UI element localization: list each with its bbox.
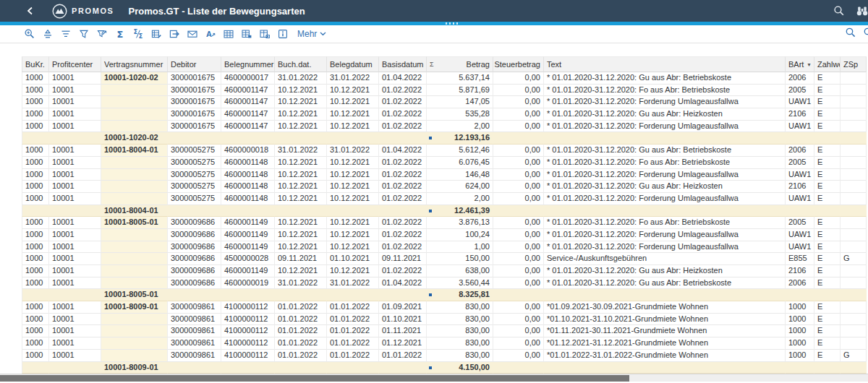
table-cell[interactable]: Service-/Auskunftsgebühren	[544, 253, 786, 265]
table-cell[interactable]	[841, 169, 867, 181]
subtotal-row[interactable]: 10001-8004-0112.461,39	[22, 205, 867, 218]
subtotal-cell[interactable]	[22, 289, 49, 301]
table-cell[interactable]: 0,00	[493, 108, 544, 121]
table-cell[interactable]: E	[814, 96, 841, 108]
table-cell[interactable]: 10.12.2021	[275, 85, 327, 97]
subtotal-cell[interactable]	[841, 132, 867, 145]
table-cell[interactable]: 3000005275	[168, 169, 221, 181]
table-cell[interactable]: E	[814, 217, 841, 229]
table-cell[interactable]: 01.12.2021	[379, 337, 427, 350]
table-cell[interactable]: 31.01.2022	[275, 145, 327, 157]
table-cell[interactable]: * 01.01.2020-31.12.2020: Gu aus Abr: Bet…	[544, 72, 786, 85]
table-cell[interactable]: 1000	[786, 350, 814, 362]
table-cell[interactable]: 10.12.2021	[327, 181, 379, 193]
table-cell[interactable]: 0,00	[493, 229, 544, 241]
table-cell[interactable]: 0,00	[493, 181, 544, 193]
subtotal-amount-cell[interactable]: 4.150,00	[427, 362, 493, 374]
table-cell[interactable]: 10.12.2021	[327, 265, 379, 277]
subtotal-cell[interactable]	[49, 289, 101, 301]
subtotal-cell[interactable]	[221, 132, 275, 145]
subtotal-cell[interactable]	[544, 289, 786, 301]
find-next-button[interactable]	[863, 27, 868, 40]
table-cell[interactable]: 10001-8004-01	[101, 145, 168, 157]
table-cell[interactable]: 09.11.2021	[379, 253, 427, 265]
subtotal-cell[interactable]	[544, 362, 786, 374]
back-button[interactable]	[26, 7, 35, 15]
subtotal-cell[interactable]	[786, 132, 814, 145]
table-cell[interactable]: 1000	[22, 277, 49, 290]
table-cell[interactable]: 1000	[22, 265, 49, 277]
table-cell[interactable]: 4500000028	[221, 253, 275, 265]
table-cell[interactable]: UAW1	[786, 121, 814, 133]
subtotal-cell[interactable]	[22, 362, 49, 374]
table-cell[interactable]: 830,00	[427, 350, 493, 362]
table-cell[interactable]: 3000009686	[168, 241, 221, 254]
table-cell[interactable]: 10.12.2021	[327, 157, 379, 169]
table-row[interactable]: 10001000110001-1020-02300000167546000000…	[22, 72, 867, 85]
table-cell[interactable]: 0,00	[493, 241, 544, 254]
subtotal-cell[interactable]	[841, 205, 867, 218]
table-cell[interactable]: 4100000112	[221, 314, 275, 326]
table-cell[interactable]: 10001	[49, 277, 101, 290]
table-cell[interactable]: * 01.01.2020-31.12.2020: Gu aus Abr: Hei…	[544, 108, 786, 121]
subtotal-cell[interactable]	[49, 205, 101, 218]
table-cell[interactable]: *01.10.2021-31.10.2021-Grundmiete Wohnen	[544, 314, 786, 326]
table-cell[interactable]: UAW1	[786, 241, 814, 254]
subtotal-cell[interactable]	[49, 132, 101, 145]
table-cell[interactable]: UAW1	[786, 193, 814, 205]
table-cell[interactable]	[841, 72, 867, 85]
subtotal-amount-cell[interactable]: 12.193,16	[427, 132, 493, 145]
table-cell[interactable]: 10001	[49, 217, 101, 229]
table-cell[interactable]	[101, 169, 168, 181]
table-cell[interactable]: 01.02.2022	[379, 96, 427, 108]
table-cell[interactable]: 4600000019	[221, 277, 275, 290]
subtotal-cell[interactable]	[275, 362, 327, 374]
subtotal-cell[interactable]	[168, 362, 221, 374]
table-cell[interactable]: 0,00	[493, 169, 544, 181]
subtotal-cell[interactable]	[786, 362, 814, 374]
table-cell[interactable]: * 01.01.2020-31.12.2020: Gu aus Abr: Hei…	[544, 181, 786, 193]
subtotal-cell[interactable]	[544, 132, 786, 145]
find-button[interactable]	[856, 5, 868, 19]
table-cell[interactable]: 1000	[22, 253, 49, 265]
table-cell[interactable]	[841, 145, 867, 157]
table-cell[interactable]: 09.11.2021	[275, 253, 327, 265]
subtotal-cell[interactable]	[493, 205, 544, 218]
table-cell[interactable]: 31.01.2022	[327, 277, 379, 290]
table-cell[interactable]: 1000	[22, 121, 49, 133]
table-cell[interactable]: 01.09.2021	[379, 301, 427, 314]
subtotal-cell[interactable]	[379, 362, 427, 374]
table-cell[interactable]: 3000009686	[168, 253, 221, 265]
table-cell[interactable]: 0,00	[493, 337, 544, 350]
table-cell[interactable]: 2,00	[427, 121, 493, 133]
subtotal-cell[interactable]	[379, 132, 427, 145]
table-cell[interactable]: 01.01.2022	[275, 314, 327, 326]
table-cell[interactable]: * 01.01.2020-31.12.2020: Gu aus Abr: Bet…	[544, 145, 786, 157]
table-cell[interactable]: E	[814, 193, 841, 205]
table-cell[interactable]: 3000009861	[168, 314, 221, 326]
table-cell[interactable]: 0,00	[493, 277, 544, 290]
table-row[interactable]: 1000100013000001675460000114710.12.20211…	[22, 85, 867, 97]
table-cell[interactable]: E	[814, 85, 841, 97]
subtotal-cell[interactable]	[327, 289, 379, 301]
table-row[interactable]: 1000100013000005275460000114810.12.20211…	[22, 157, 867, 169]
subtotal-cell[interactable]	[221, 362, 275, 374]
table-cell[interactable]: 146,48	[427, 169, 493, 181]
subtotal-cell[interactable]	[493, 362, 544, 374]
table-cell[interactable]: 01.02.2022	[379, 181, 427, 193]
sum-button[interactable]: Σ	[111, 26, 129, 42]
table-cell[interactable]: * 01.01.2020-31.12.2020: Forderung Umlag…	[544, 121, 786, 133]
table-cell[interactable]	[101, 229, 168, 241]
subtotal-cell[interactable]	[814, 205, 841, 218]
table-cell[interactable]	[841, 241, 867, 254]
table-cell[interactable]: 10.12.2021	[275, 96, 327, 108]
table-cell[interactable]: 4100000112	[221, 350, 275, 362]
table-row[interactable]: 1000100013000009686460000114910.12.20211…	[22, 229, 867, 241]
subtotal-key-cell[interactable]: 10001-8009-01	[101, 362, 168, 374]
table-cell[interactable]: E	[814, 241, 841, 254]
shell-search-button[interactable]	[833, 5, 845, 19]
table-cell[interactable]: *01.12.2021-31.12.2021-Grundmiete Wohnen	[544, 337, 786, 350]
table-cell[interactable]: 2006	[786, 72, 814, 85]
clear-filter-button[interactable]	[93, 26, 111, 42]
table-cell[interactable]: 10001	[49, 72, 101, 85]
